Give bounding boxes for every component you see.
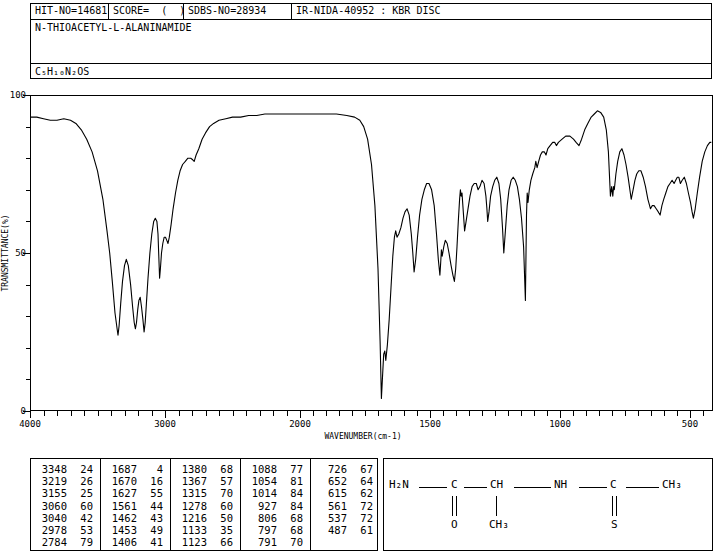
peak-wavenumber: 1670 <box>101 475 137 487</box>
peak-wavenumber: 1406 <box>101 536 137 548</box>
peak-table-column: 10887710548110148492784806687976879170 <box>241 459 311 550</box>
peak-transmittance: 79 <box>73 536 93 548</box>
peak-row: 127860 <box>171 500 240 512</box>
peak-row: 72667 <box>311 463 377 475</box>
peak-row: 138068 <box>171 463 240 475</box>
double-bond-line <box>612 496 613 516</box>
double-bond-line <box>616 496 617 516</box>
peak-table: 3348243219263155253060603040422978532784… <box>30 458 378 551</box>
peak-row: 65264 <box>311 475 377 487</box>
atom-ch3-end: CH₃ <box>662 479 682 491</box>
peak-wavenumber: 1014 <box>241 487 277 499</box>
peak-row: 16874 <box>101 463 170 475</box>
peak-wavenumber: 1054 <box>241 475 277 487</box>
atom-c2: C <box>610 479 617 491</box>
peak-transmittance: 60 <box>213 500 233 512</box>
peak-row: 315525 <box>31 487 100 499</box>
peak-transmittance: 43 <box>143 512 163 524</box>
peak-transmittance: 55 <box>143 487 163 499</box>
peak-wavenumber: 1380 <box>171 463 207 475</box>
peak-wavenumber: 1367 <box>171 475 207 487</box>
atom-nh: NH <box>554 479 567 491</box>
peak-wavenumber: 806 <box>241 512 277 524</box>
y-tick-label: 0 <box>21 406 26 416</box>
compound-name: N-THIOACETYL-L-ALANINAMIDE <box>31 20 711 64</box>
peak-row: 56172 <box>311 500 377 512</box>
peak-wavenumber: 615 <box>311 487 347 499</box>
peak-transmittance: 62 <box>353 487 373 499</box>
peak-row: 105481 <box>241 475 310 487</box>
score: SCORE= ( ) <box>109 4 184 19</box>
peak-row: 167016 <box>101 475 170 487</box>
peak-wavenumber: 927 <box>241 500 277 512</box>
peak-row: 112366 <box>171 536 240 548</box>
peak-transmittance: 84 <box>283 500 303 512</box>
double-bond-line <box>452 496 453 516</box>
peak-row: 334824 <box>31 463 100 475</box>
bond-line <box>464 487 487 488</box>
peak-row: 146243 <box>101 512 170 524</box>
bond-line <box>626 487 659 488</box>
peak-transmittance: 53 <box>73 524 93 536</box>
atom-ch3-branch: CH₃ <box>489 519 509 531</box>
peak-wavenumber: 652 <box>311 475 347 487</box>
plot-frame <box>31 96 713 411</box>
peak-wavenumber: 3040 <box>31 512 67 524</box>
header-box: HIT-NO=14681 SCORE= ( ) SDBS-NO=28934 IR… <box>30 3 712 79</box>
x-tick-label: 500 <box>682 419 698 429</box>
peak-transmittance: 68 <box>283 512 303 524</box>
peak-table-column: 1687416701616275515614414624314534914064… <box>101 459 171 550</box>
peak-wavenumber: 3155 <box>31 487 67 499</box>
header-row: HIT-NO=14681 SCORE= ( ) SDBS-NO=28934 IR… <box>31 4 711 20</box>
y-axis-label: TRANSMITTANCE(%) <box>1 214 10 291</box>
peak-row: 278479 <box>31 536 100 548</box>
peak-table-column: 1380681367571315701278601216501133351123… <box>171 459 241 550</box>
peak-wavenumber: 3348 <box>31 463 67 475</box>
peak-row: 306060 <box>31 500 100 512</box>
peak-row: 321926 <box>31 475 100 487</box>
hit-no: HIT-NO=14681 <box>31 4 109 19</box>
peak-row: 156144 <box>101 500 170 512</box>
peak-row: 140641 <box>101 536 170 548</box>
bond-line <box>496 496 497 516</box>
peak-wavenumber: 791 <box>241 536 277 548</box>
peak-wavenumber: 2784 <box>31 536 67 548</box>
x-tick-label: 1000 <box>549 419 571 429</box>
atom-h2n: H₂N <box>389 479 409 491</box>
peak-wavenumber: 561 <box>311 500 347 512</box>
peak-row: 101484 <box>241 487 310 499</box>
peak-transmittance: 16 <box>143 475 163 487</box>
double-bond-line <box>456 496 457 516</box>
molecular-formula: C₅H₁₀N₂OS <box>31 65 711 78</box>
peak-transmittance: 25 <box>73 487 93 499</box>
peak-transmittance: 49 <box>143 524 163 536</box>
peak-transmittance: 35 <box>213 524 233 536</box>
peak-transmittance: 50 <box>213 512 233 524</box>
peak-transmittance: 67 <box>353 463 373 475</box>
x-tick-label: 4000 <box>19 419 41 429</box>
peak-row: 79170 <box>241 536 310 548</box>
peak-row: 113335 <box>171 524 240 536</box>
peak-transmittance: 57 <box>213 475 233 487</box>
x-tick-label: 3000 <box>154 419 176 429</box>
peak-row: 53772 <box>311 512 377 524</box>
peak-wavenumber: 797 <box>241 524 277 536</box>
peak-row: 48761 <box>311 524 377 536</box>
peak-transmittance: 26 <box>73 475 93 487</box>
peak-transmittance: 81 <box>283 475 303 487</box>
peak-transmittance: 41 <box>143 536 163 548</box>
atom-ch: CH <box>490 479 503 491</box>
peak-wavenumber: 1687 <box>101 463 137 475</box>
y-tick-label: 100 <box>10 90 26 100</box>
peak-transmittance: 61 <box>353 524 373 536</box>
peak-wavenumber: 1462 <box>101 512 137 524</box>
peak-transmittance: 70 <box>283 536 303 548</box>
peak-row: 304042 <box>31 512 100 524</box>
peak-row: 136757 <box>171 475 240 487</box>
peak-table-column: 3348243219263155253060603040422978532784… <box>31 459 101 550</box>
peak-wavenumber: 2978 <box>31 524 67 536</box>
peak-row: 92784 <box>241 500 310 512</box>
peak-row: 79768 <box>241 524 310 536</box>
atom-s: S <box>611 519 618 531</box>
sdbs-no: SDBS-NO=28934 <box>184 4 292 19</box>
